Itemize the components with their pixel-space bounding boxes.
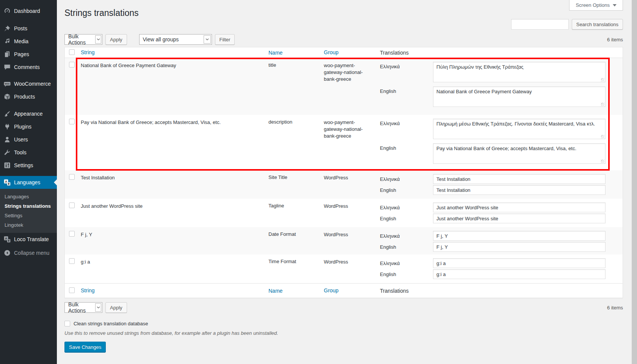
translation-textarea-english[interactable]: Pay via National Bank of Greece; accepts… [433, 143, 606, 164]
row-checkbox[interactable] [69, 231, 75, 237]
translations-header: Translations [380, 288, 409, 294]
translation-textarea-english[interactable]: National Bank of Greece Payment Gateway [433, 86, 606, 107]
sidebar-item-collapse-menu[interactable]: Collapse menu [0, 246, 57, 259]
translation-input-english[interactable] [433, 269, 606, 279]
group-filter-select[interactable]: View all groups [139, 34, 212, 45]
sidebar-item-products[interactable]: Products [0, 90, 57, 103]
language-label-greek: Ελληνικά [380, 176, 433, 182]
sidebar-item-languages[interactable]: A Languages [0, 176, 57, 189]
search-translations-button[interactable]: Search translations [572, 19, 623, 30]
translation-input-english[interactable] [433, 213, 606, 223]
group-cell: WordPress [321, 227, 377, 254]
submenu-item-languages[interactable]: Languages [0, 192, 57, 201]
translation-input-greek[interactable] [433, 174, 606, 184]
translation-input-greek[interactable] [433, 202, 606, 212]
table-row: Just another WordPress site Tagline Word… [65, 199, 623, 227]
string-cell: National Bank of Greece Payment Gateway [78, 58, 265, 115]
row-checkbox[interactable] [69, 119, 75, 124]
sort-string-link[interactable]: String [81, 287, 95, 293]
sidebar-item-dashboard[interactable]: Dashboard [0, 5, 57, 17]
select-all-checkbox[interactable] [69, 287, 75, 293]
resize-grip-icon[interactable] [601, 78, 604, 82]
translation-textarea-greek[interactable]: Πληρωμή μέσω Εθνικής Τράπεζας. Γίνονται … [433, 119, 606, 139]
row-checkbox[interactable] [69, 62, 75, 67]
top-toolbar: Bulk Actions Apply View all groups Filte… [64, 34, 623, 45]
submenu-item-strings-translations[interactable]: Strings translations [0, 201, 57, 211]
sort-name-link[interactable]: Name [268, 50, 282, 56]
sidebar-item-media[interactable]: Media [0, 35, 57, 48]
media-icon [3, 38, 11, 45]
filter-button[interactable]: Filter [215, 34, 235, 45]
bulk-actions-value: Bulk Actions [68, 33, 91, 46]
sidebar-item-plugins[interactable]: Plugins [0, 120, 57, 133]
collapse-arrow-icon [3, 249, 11, 257]
scrollbar-thumb[interactable] [632, 0, 637, 364]
string-cell: g:i a [78, 254, 265, 283]
string-cell: Pay via National Bank of Greece; accepts… [78, 115, 265, 170]
sort-group-link[interactable]: Group [324, 49, 339, 55]
dashboard-icon [3, 7, 11, 15]
translation-textarea-greek[interactable]: Πύλη Πληρωμών της Εθνικής Τράπεζας [433, 62, 606, 82]
submenu-item-lingotek[interactable]: Lingotek [0, 220, 57, 230]
apply-button[interactable]: Apply [105, 34, 127, 45]
language-label-greek: Ελληνικά [380, 260, 433, 266]
box-icon [3, 93, 11, 100]
search-row: Search translations [511, 19, 623, 30]
translation-input-english[interactable] [433, 242, 606, 252]
page-title: Strings translations [64, 8, 139, 19]
sidebar-item-label: Products [14, 94, 35, 100]
resize-grip-icon[interactable] [601, 103, 604, 106]
submenu-item-settings[interactable]: Settings [0, 211, 57, 220]
translation-input-greek[interactable] [433, 231, 606, 241]
string-cell: Test Installation [78, 170, 265, 199]
row-checkbox[interactable] [69, 202, 75, 208]
group-cell: woo-payment-gateway-national-bank-greece [321, 58, 377, 115]
admin-sidebar: Dashboard Posts Media Pages Comments WOO… [0, 0, 57, 364]
scrollbar[interactable] [631, 0, 637, 364]
sidebar-item-label: Comments [14, 64, 40, 70]
sidebar-item-label: Languages [14, 179, 40, 185]
sidebar-item-appearance[interactable]: Appearance [0, 107, 57, 120]
clean-strings-checkbox[interactable] [64, 321, 70, 326]
language-label-greek: Ελληνικά [380, 205, 433, 210]
translate-icon: A [3, 179, 11, 186]
screen-options-tab[interactable]: Screen Options [569, 0, 623, 11]
sort-name-link[interactable]: Name [268, 288, 282, 294]
sidebar-item-users[interactable]: Users [0, 133, 57, 146]
save-changes-button[interactable]: Save Changes [64, 342, 106, 352]
svg-text:A: A [5, 237, 7, 240]
sidebar-item-label: Dashboard [14, 8, 40, 14]
sidebar-item-woocommerce[interactable]: WOO WooCommerce [0, 77, 57, 90]
search-input[interactable] [511, 19, 569, 30]
bulk-actions-select[interactable]: Bulk Actions [64, 34, 102, 45]
translations-cell: Ελληνικά English [377, 170, 623, 199]
sort-group-link[interactable]: Group [324, 287, 339, 293]
select-chevron-icon [95, 35, 101, 44]
row-checkbox[interactable] [69, 174, 75, 180]
string-cell: Just another WordPress site [78, 199, 265, 227]
translations-cell: Ελληνικά English [377, 227, 623, 254]
resize-grip-icon[interactable] [601, 135, 604, 138]
group-cell: WordPress [321, 170, 377, 199]
svg-text:WOO: WOO [5, 83, 10, 85]
apply-button-bottom[interactable]: Apply [105, 302, 127, 313]
select-all-checkbox[interactable] [69, 49, 75, 55]
items-count: 6 items [607, 37, 623, 42]
translation-input-greek[interactable] [433, 258, 606, 268]
sidebar-item-posts[interactable]: Posts [0, 22, 57, 35]
sidebar-item-label: Plugins [14, 124, 31, 130]
languages-submenu: Languages Strings translations Settings … [0, 189, 57, 233]
sidebar-item-tools[interactable]: Tools [0, 146, 57, 159]
sort-string-link[interactable]: String [81, 49, 95, 55]
translation-input-english[interactable] [433, 185, 606, 195]
row-checkbox[interactable] [69, 258, 75, 264]
group-cell: WordPress [321, 199, 377, 227]
bulk-actions-select-bottom[interactable]: Bulk Actions [64, 302, 102, 313]
resize-grip-icon[interactable] [601, 160, 604, 163]
bottom-toolbar: Bulk Actions Apply 6 items [64, 302, 623, 313]
sidebar-item-comments[interactable]: Comments [0, 61, 57, 74]
sidebar-item-pages[interactable]: Pages [0, 48, 57, 61]
translations-cell: Ελληνικά English [377, 254, 623, 283]
sidebar-item-settings[interactable]: Settings [0, 159, 57, 172]
sidebar-item-loco-translate[interactable]: A Loco Translate [0, 233, 57, 246]
